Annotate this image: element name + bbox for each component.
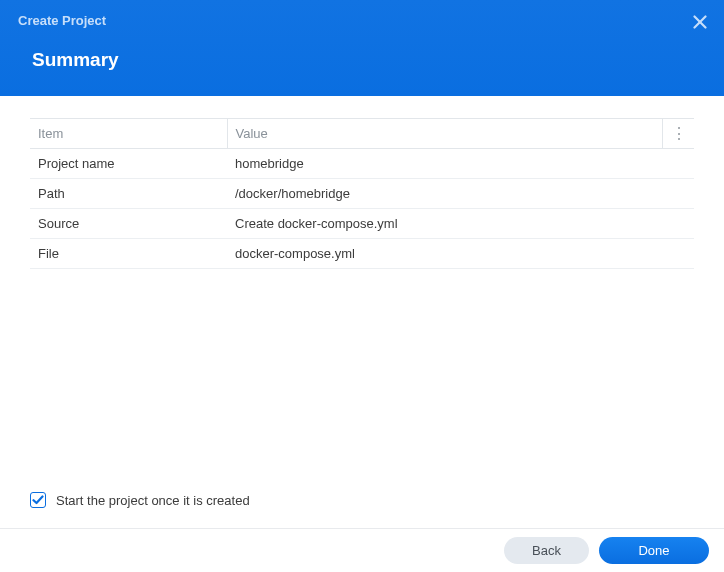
col-header-item: Item [30,119,227,149]
back-button[interactable]: Back [504,537,589,564]
table-row: Path /docker/homebridge [30,179,694,209]
start-project-checkbox-label[interactable]: Start the project once it is created [56,493,250,508]
content-area: Item Value ⋮ Project name homebridge Pat… [0,96,724,269]
row-value: docker-compose.yml [227,239,694,269]
checkbox-row: Start the project once it is created [0,492,724,528]
table-options-cell: ⋮ [663,119,695,149]
footer-area: Start the project once it is created Bac… [0,492,724,572]
table-row: Source Create docker-compose.yml [30,209,694,239]
row-value: Create docker-compose.yml [227,209,694,239]
done-button[interactable]: Done [599,537,709,564]
check-icon [32,494,44,506]
row-item: Source [30,209,227,239]
row-value: homebridge [227,149,694,179]
start-project-checkbox[interactable] [30,492,46,508]
row-value: /docker/homebridge [227,179,694,209]
table-row: File docker-compose.yml [30,239,694,269]
summary-table: Item Value ⋮ Project name homebridge Pat… [30,118,694,269]
table-row: Project name homebridge [30,149,694,179]
row-item: Project name [30,149,227,179]
button-row: Back Done [0,528,724,572]
row-item: Path [30,179,227,209]
table-header-row: Item Value ⋮ [30,119,694,149]
page-title: Summary [0,28,724,71]
dialog-title: Create Project [0,0,724,28]
kebab-menu-icon[interactable]: ⋮ [671,128,686,140]
row-item: File [30,239,227,269]
close-icon [693,15,707,29]
dialog-header: Create Project Summary [0,0,724,96]
close-button[interactable] [688,10,712,34]
col-header-value: Value [227,119,663,149]
